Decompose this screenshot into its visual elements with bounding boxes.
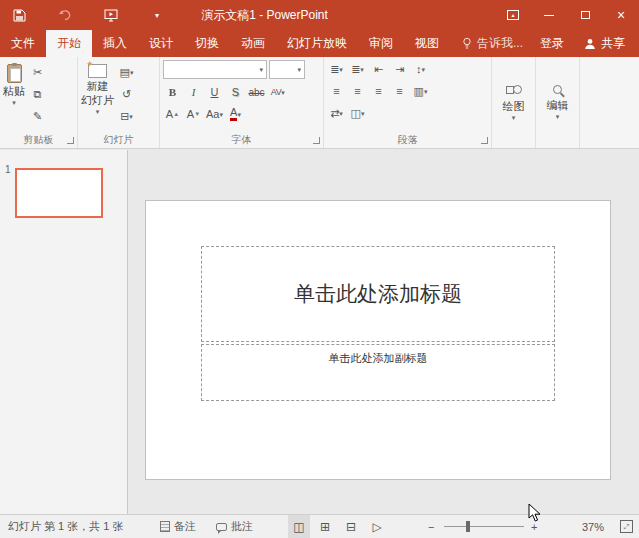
new-slide-button[interactable]: 新建 幻灯片 ▾ [81, 60, 114, 132]
normal-view-icon[interactable]: ◫ [288, 515, 310, 538]
paste-button[interactable]: 粘贴 ▾ [3, 60, 25, 132]
zoom-in-button[interactable]: + [531, 515, 537, 538]
tab-slideshow[interactable]: 幻灯片放映 [276, 30, 358, 57]
paste-icon [7, 64, 22, 83]
bullets-icon[interactable]: ≣▾ [327, 60, 346, 78]
reset-slide-icon[interactable]: ↺ [117, 85, 136, 103]
strikethrough-button[interactable]: abc [247, 83, 266, 101]
close-button[interactable]: × [603, 0, 639, 30]
notes-icon [160, 521, 170, 532]
ribbon-display-options-button[interactable]: ▴ [495, 0, 531, 30]
subtitle-placeholder[interactable]: 单击此处添加副标题 [201, 344, 555, 401]
slide-sorter-view-icon[interactable]: ⊞ [314, 515, 336, 538]
fit-slide-to-window-icon[interactable]: ⤢ [620, 520, 633, 533]
shrink-font-button[interactable]: A▼ [184, 105, 203, 123]
tab-file[interactable]: 文件 [0, 30, 46, 57]
minimize-icon [544, 15, 554, 16]
tabrow-right: 登录 共享 [540, 30, 639, 57]
increase-indent-icon[interactable]: ⇥ [390, 60, 409, 78]
window-controls: ▴ × [495, 0, 639, 30]
decrease-indent-icon[interactable]: ⇤ [369, 60, 388, 78]
tab-transitions[interactable]: 切换 [184, 30, 230, 57]
share-label: 共享 [601, 35, 625, 52]
group-drawing: 绘图 ▾ [492, 57, 536, 148]
text-direction-icon[interactable]: ⇄▾ [327, 104, 346, 122]
cut-icon[interactable]: ✂ [28, 63, 47, 81]
slide-thumbnail-panel: 1 [0, 150, 128, 514]
numbering-icon[interactable]: ≣▾ [348, 60, 367, 78]
group-clipboard: 粘贴 ▾ ✂ ⧉ ✎ 剪贴板 [0, 57, 78, 148]
font-size-combo[interactable]: ▾ [269, 60, 305, 79]
tell-me-label: 告诉我... [477, 35, 523, 52]
italic-button[interactable]: I [184, 83, 203, 101]
tab-home[interactable]: 开始 [46, 30, 92, 57]
character-spacing-button[interactable]: AV▾ [268, 83, 287, 101]
group-editing: 编辑 ▾ [536, 57, 580, 148]
editing-button[interactable]: 编辑 ▾ [536, 57, 579, 148]
zoom-slider-track[interactable] [444, 526, 524, 527]
tab-design[interactable]: 设计 [138, 30, 184, 57]
tell-me-box[interactable]: 告诉我... [462, 30, 523, 57]
share-button[interactable]: 共享 [584, 35, 625, 52]
reading-view-icon[interactable]: ⊟ [340, 515, 362, 538]
notes-button[interactable]: 备注 [160, 515, 196, 538]
slide-layout-icon[interactable]: ▤▾ [117, 63, 136, 81]
comments-button[interactable]: 批注 [216, 515, 253, 538]
status-bar: 幻灯片 第 1 张，共 1 张 备注 批注 ◫ ⊞ ⊟ ▷ − + 37% ⤢ [0, 514, 639, 538]
columns-icon[interactable]: ▥▾ [411, 82, 430, 100]
ribbon-tab-bar: 文件 开始 插入 设计 切换 动画 幻灯片放映 审阅 视图 告诉我... 登录 … [0, 30, 639, 57]
font-color-button[interactable]: A▾ [226, 105, 245, 123]
editing-canvas: 单击此处添加标题 单击此处添加副标题 [129, 150, 639, 514]
copy-icon[interactable]: ⧉ [28, 85, 47, 103]
line-spacing-icon[interactable]: ↕▾ [411, 60, 430, 78]
align-right-icon[interactable]: ≡ [369, 82, 388, 100]
tab-review[interactable]: 审阅 [358, 30, 404, 57]
maximize-icon [581, 11, 590, 19]
font-group-label: 字体 [160, 132, 323, 148]
align-left-icon[interactable]: ≡ [327, 82, 346, 100]
section-icon[interactable]: ⊟▾ [117, 107, 136, 125]
font-dialog-launcher-icon[interactable] [313, 137, 320, 144]
titlebar: ▾ 演示文稿1 - PowerPoint ▴ × [0, 0, 639, 30]
slide-thumbnail-1[interactable] [15, 168, 103, 218]
group-font: ▾ ▾ B I U S abc AV▾ A▲ A▼ Aa▾ A▾ [160, 57, 324, 148]
format-painter-icon[interactable]: ✎ [28, 107, 47, 125]
tab-view[interactable]: 视图 [404, 30, 450, 57]
grow-font-button[interactable]: A▲ [163, 105, 182, 123]
bold-button[interactable]: B [163, 83, 182, 101]
clipboard-dialog-launcher-icon[interactable] [67, 137, 74, 144]
align-text-icon[interactable]: ◫▾ [348, 104, 367, 122]
tab-insert[interactable]: 插入 [92, 30, 138, 57]
justify-icon[interactable]: ≡ [390, 82, 409, 100]
save-icon[interactable] [10, 6, 28, 24]
underline-button[interactable]: U [205, 83, 224, 101]
slides-group-label: 幻灯片 [78, 132, 159, 148]
slide-canvas[interactable]: 单击此处添加标题 单击此处添加副标题 [145, 200, 611, 480]
lightbulb-icon [462, 37, 472, 50]
align-center-icon[interactable]: ≡ [348, 82, 367, 100]
change-case-button[interactable]: Aa▾ [205, 105, 224, 123]
new-slide-icon [88, 64, 107, 78]
zoom-out-button[interactable]: − [428, 515, 434, 538]
paragraph-dialog-launcher-icon[interactable] [481, 137, 488, 144]
sign-in-button[interactable]: 登录 [540, 35, 564, 52]
ribbon: 粘贴 ▾ ✂ ⧉ ✎ 剪贴板 新建 幻灯片 ▾ ▤▾ ↺ [0, 57, 639, 149]
group-paragraph: ≣▾ ≣▾ ⇤ ⇥ ↕▾ ≡ ≡ ≡ ≡ ▥▾ ⇄▾ ◫▾ [324, 57, 492, 148]
drawing-button[interactable]: 绘图 ▾ [492, 57, 535, 148]
tab-animations[interactable]: 动画 [230, 30, 276, 57]
text-shadow-button[interactable]: S [226, 83, 245, 101]
close-icon: × [617, 8, 625, 22]
slideshow-view-icon[interactable]: ▷ [366, 515, 388, 538]
maximize-button[interactable] [567, 0, 603, 30]
slide-info: 幻灯片 第 1 张，共 1 张 [8, 515, 124, 538]
font-name-combo[interactable]: ▾ [163, 60, 267, 79]
minimize-button[interactable] [531, 0, 567, 30]
clipboard-group-label: 剪贴板 [0, 132, 77, 148]
view-switcher: ◫ ⊞ ⊟ ▷ [288, 515, 388, 538]
title-placeholder[interactable]: 单击此处添加标题 [201, 246, 555, 342]
ribbon-spacer [580, 57, 639, 148]
paragraph-group-label: 段落 [324, 132, 491, 148]
zoom-slider-thumb[interactable] [466, 521, 470, 532]
slide-number: 1 [5, 164, 11, 175]
zoom-percentage[interactable]: 37% [566, 515, 604, 538]
